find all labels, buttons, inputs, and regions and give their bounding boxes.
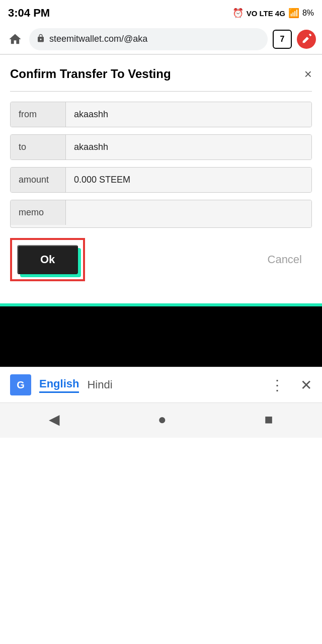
amount-label: amount [11,168,66,192]
browser-bar: steemitwallet.com/@aka 7 [0,24,322,54]
amount-field: amount 0.000 STEEM [10,167,312,193]
dialog-title: Confirm Transfer To Vesting [10,67,171,81]
translate-more-button[interactable]: ⋮ [270,377,284,393]
alarm-icon: ⏰ [232,8,244,19]
signal-icon: 📶 [288,8,299,19]
translate-close-button[interactable]: ✕ [300,377,312,393]
from-label: from [11,102,66,127]
battery-text: 8% [302,9,314,18]
tab-count-button[interactable]: 7 [273,30,292,49]
network-icon: VO LTE 4G [247,9,285,18]
translate-hindi-button[interactable]: Hindi [87,378,112,391]
to-value: akaashh [66,135,311,159]
to-label: to [11,135,66,159]
from-value: akaashh [66,102,311,127]
dialog-divider [10,91,312,92]
home-nav-button[interactable]: ● [158,412,167,428]
google-translate-logo: G [10,374,31,395]
buttons-row: Ok Cancel [10,238,312,281]
memo-label: memo [11,200,66,225]
lock-icon [36,34,45,45]
nav-bar: ◀ ● ■ [0,403,322,438]
bottom-black-bar [0,306,322,367]
ok-button[interactable]: Ok [17,245,78,274]
status-icons: ⏰ VO LTE 4G 📶 8% [232,8,314,19]
to-field: to akaashh [10,134,312,160]
status-bar: 3:04 PM ⏰ VO LTE 4G 📶 8% [0,0,322,24]
memo-value [66,200,311,227]
url-text: steemitwallet.com/@aka [49,34,147,44]
ok-highlight: Ok [10,238,85,281]
recent-apps-button[interactable]: ■ [265,412,273,428]
home-button[interactable] [6,30,24,48]
close-button[interactable]: × [304,67,312,80]
translate-english-button[interactable]: English [39,377,79,393]
dialog-header: Confirm Transfer To Vesting × [10,67,312,81]
amount-value: 0.000 STEEM [66,168,311,192]
translate-bar: G English Hindi ⋮ ✕ [0,367,322,403]
main-content: Confirm Transfer To Vesting × from akaas… [0,55,322,303]
status-time: 3:04 PM [8,7,50,20]
back-button[interactable]: ◀ [49,411,60,428]
from-field: from akaashh [10,102,312,127]
update-button[interactable] [297,30,316,49]
cancel-button[interactable]: Cancel [258,246,312,273]
memo-field: memo [10,200,312,228]
url-bar[interactable]: steemitwallet.com/@aka [29,28,268,50]
